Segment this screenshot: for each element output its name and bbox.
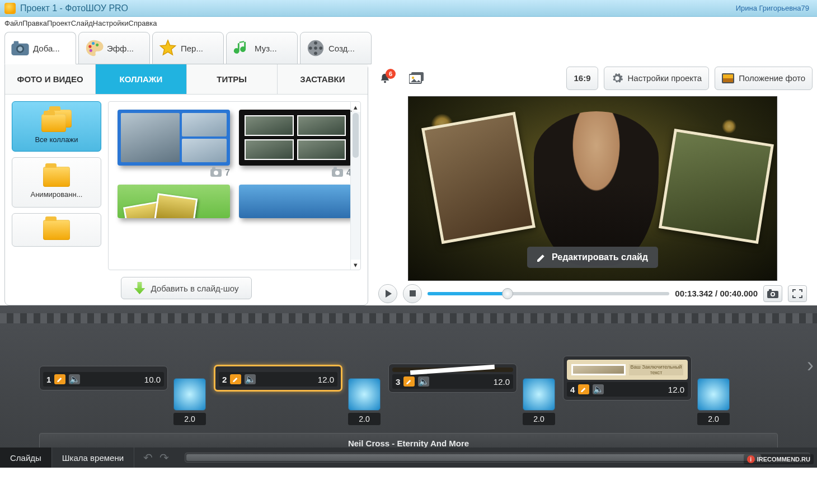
- photo-icon: [722, 73, 734, 83]
- collage-preview: [118, 185, 230, 218]
- add-to-slideshow-label: Добавить в слайд-шоу: [151, 284, 238, 293]
- filmstrip-top: [0, 313, 817, 323]
- slide-edit-button[interactable]: [230, 374, 241, 384]
- gallery-button[interactable]: [403, 67, 430, 90]
- sub-tab-titles[interactable]: ТИТРЫ: [187, 64, 278, 95]
- main-tab-create[interactable]: Созд...: [300, 32, 372, 64]
- folder-icon: [41, 110, 72, 132]
- transition-1[interactable]: 2.0: [173, 378, 206, 425]
- snapshot-button[interactable]: [763, 285, 782, 302]
- timeline-scrollbar[interactable]: [178, 448, 817, 468]
- sub-tab-photovideo[interactable]: ФОТО И ВИДЕО: [5, 64, 96, 95]
- transition-3[interactable]: 2.0: [523, 378, 555, 425]
- collage-preview: [239, 110, 351, 166]
- main-tab-effects[interactable]: Эфф...: [78, 32, 150, 64]
- left-panel: ФОТО И ВИДЕО КОЛЛАЖИ ТИТРЫ ЗАСТАВКИ Все …: [4, 64, 368, 305]
- pencil-icon: [537, 253, 546, 262]
- fullscreen-icon: [792, 289, 802, 298]
- svg-rect-20: [723, 78, 733, 82]
- slide-sound-button[interactable]: 🔈: [245, 374, 256, 384]
- notifications-button[interactable]: 6: [373, 67, 397, 90]
- gallery-icon: [409, 72, 424, 84]
- menu-settings[interactable]: Настройки: [93, 19, 129, 27]
- transition-2[interactable]: 2.0: [348, 378, 381, 425]
- slide-edit-button[interactable]: [403, 376, 415, 387]
- slide-bar: 4 🔈 12.0: [567, 382, 688, 397]
- scroll-down-icon[interactable]: ▾: [351, 260, 360, 270]
- thumbnail-scrollbar[interactable]: ▴ ▾: [350, 102, 360, 270]
- scrollbar-thumb[interactable]: [186, 454, 761, 461]
- transition-thumb: [348, 378, 381, 411]
- svg-point-17: [412, 77, 414, 79]
- music-icon: [232, 39, 251, 58]
- seek-slider[interactable]: [428, 292, 669, 295]
- menu-project[interactable]: Проект: [47, 19, 71, 27]
- seek-knob[interactable]: [502, 288, 513, 299]
- redo-button[interactable]: ↷: [159, 451, 169, 464]
- svg-point-13: [319, 46, 322, 50]
- svg-point-14: [384, 81, 386, 83]
- slides-row: 1 🔈 10.0 2.0 2 🔈 12.0: [0, 323, 817, 430]
- collage-browser: Все коллажи Анимированн... 7: [5, 95, 368, 274]
- collage-preview: [118, 110, 230, 166]
- collage-thumb-4[interactable]: [239, 185, 351, 218]
- collage-thumb-3[interactable]: [118, 185, 230, 218]
- slide-edit-button[interactable]: [578, 384, 589, 394]
- slide-sound-button[interactable]: 🔈: [69, 374, 80, 384]
- menu-slide[interactable]: Слайд: [71, 19, 93, 27]
- slide-4[interactable]: Ваш Заключительный текст 4 🔈 12.0: [563, 356, 692, 401]
- category-more[interactable]: [12, 213, 101, 247]
- transition-duration: 2.0: [173, 413, 206, 425]
- preview-toolbar: 6 16:9 Настройки проекта Положение фото: [373, 64, 813, 93]
- camera-icon: [11, 39, 30, 58]
- stop-button[interactable]: [403, 284, 422, 303]
- sub-tab-collages[interactable]: КОЛЛАЖИ: [96, 64, 186, 95]
- slide-edit-button[interactable]: [54, 374, 65, 384]
- main-tab-add[interactable]: Доба...: [4, 32, 76, 64]
- photo-position-button[interactable]: Положение фото: [715, 67, 813, 90]
- main-tab-effects-label: Эфф...: [107, 44, 134, 53]
- aspect-ratio-button[interactable]: 16:9: [566, 67, 598, 90]
- slide-number: 4: [570, 385, 575, 394]
- add-to-slideshow-button[interactable]: Добавить в слайд-шоу: [121, 277, 251, 299]
- svg-point-7: [90, 49, 92, 52]
- svg-point-10: [314, 41, 317, 45]
- aspect-ratio-label: 16:9: [574, 73, 590, 83]
- menubar: Файл Правка Проект Слайд Настройки Справ…: [0, 17, 817, 29]
- main-tab-music[interactable]: Муз...: [226, 32, 298, 64]
- menu-file[interactable]: Файл: [4, 19, 22, 27]
- preview-canvas[interactable]: Редактировать слайд: [408, 96, 777, 281]
- slide-sound-button[interactable]: 🔈: [593, 384, 604, 394]
- slide-2[interactable]: 2 🔈 12.0: [214, 365, 342, 392]
- slide-3[interactable]: 3 🔈 12.0: [388, 364, 517, 393]
- fullscreen-button[interactable]: [788, 285, 807, 302]
- main-tab-transitions[interactable]: Пер...: [152, 32, 224, 64]
- category-all-collages[interactable]: Все коллажи: [12, 101, 101, 152]
- notification-badge: 6: [386, 69, 396, 79]
- sub-tab-screensavers[interactable]: ЗАСТАВКИ: [278, 64, 368, 95]
- camera-count-icon: [332, 169, 343, 177]
- timeline-next-button[interactable]: ›: [805, 348, 816, 382]
- bottom-bar: Слайды Шкала времени ↶ ↷: [0, 448, 817, 468]
- collage-thumb-2[interactable]: 4: [239, 110, 351, 178]
- collage-thumb-1[interactable]: 7: [118, 110, 230, 178]
- scrollbar-thumb[interactable]: [353, 113, 359, 158]
- transition-thumb: [173, 378, 206, 411]
- slide-sound-button[interactable]: 🔈: [418, 376, 429, 387]
- menu-edit[interactable]: Правка: [22, 19, 47, 27]
- project-settings-button[interactable]: Настройки проекта: [604, 67, 710, 90]
- slide-number: 2: [222, 375, 227, 384]
- view-tab-slides[interactable]: Слайды: [0, 448, 52, 468]
- play-button[interactable]: [378, 284, 397, 303]
- bell-icon: 6: [379, 72, 391, 84]
- transition-4[interactable]: 2.0: [697, 378, 730, 425]
- undo-button[interactable]: ↶: [143, 451, 153, 464]
- menu-help[interactable]: Справка: [129, 19, 157, 27]
- edit-slide-button[interactable]: Редактировать слайд: [527, 247, 658, 268]
- scroll-up-icon[interactable]: ▴: [351, 102, 360, 112]
- transport-bar: 00:13.342 / 00:40.000: [373, 284, 813, 305]
- view-tab-timeline[interactable]: Шкала времени: [52, 448, 134, 468]
- slide-1[interactable]: 1 🔈 10.0: [39, 366, 168, 390]
- svg-point-23: [772, 293, 774, 295]
- category-animated[interactable]: Анимированн...: [12, 157, 101, 208]
